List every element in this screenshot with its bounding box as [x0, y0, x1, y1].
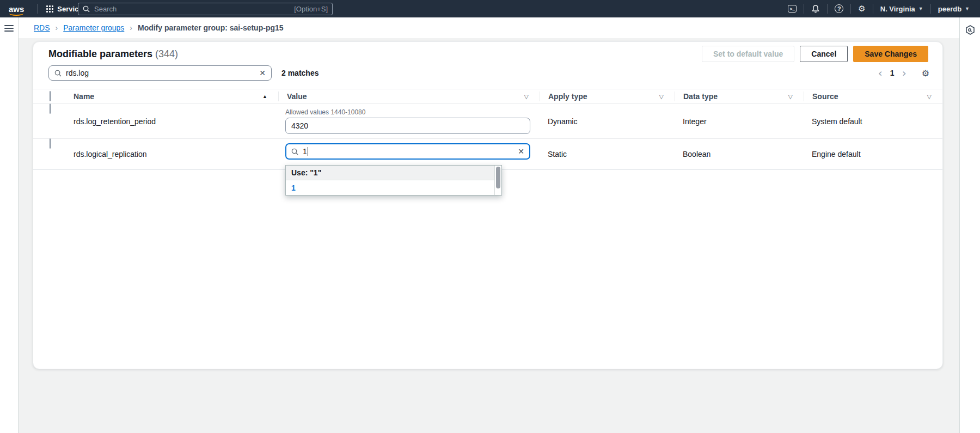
left-navigation-rail [0, 17, 19, 433]
filter-dropdown-icon[interactable]: ▽ [659, 93, 664, 100]
filter-row: ✕ 2 matches ‹ 1 › ⚙ [48, 65, 929, 81]
source-cell: System default [804, 104, 942, 138]
cancel-button[interactable]: Cancel [800, 46, 848, 62]
top-navigation-bar: aws Services [Option+S] >_ [0, 0, 980, 17]
search-icon [291, 148, 298, 155]
column-label: Data type [683, 92, 718, 101]
table-row: rds.log_retention_period Allowed values … [33, 104, 942, 139]
clear-filter-icon[interactable]: ✕ [259, 69, 266, 77]
open-menu-button[interactable] [4, 25, 14, 32]
column-header-data-type[interactable]: Data type ▽ [675, 92, 804, 101]
filter-dropdown-icon[interactable]: ▽ [927, 93, 932, 100]
parameter-count: (344) [155, 48, 178, 59]
filter-dropdown-icon[interactable]: ▽ [788, 93, 793, 100]
apply-type-cell: Static [540, 139, 675, 169]
column-header-value[interactable]: Value ▽ [278, 92, 540, 101]
settings-button[interactable]: ⚙ [851, 0, 872, 17]
aws-smile [9, 13, 23, 16]
breadcrumb-parameter-groups-link[interactable]: Parameter groups [63, 23, 124, 32]
aws-logo-text: aws [9, 4, 24, 14]
account-menu[interactable]: peerdb ▼ [931, 0, 977, 17]
data-type-cell: Integer [675, 104, 804, 138]
gear-icon: ⚙ [922, 68, 929, 78]
select-all-checkbox[interactable] [50, 91, 51, 101]
side-panel-toggle-button[interactable] [964, 24, 976, 36]
global-search-input[interactable] [94, 5, 290, 13]
modifiable-parameters-panel: Modifiable parameters (344) Set to defau… [33, 41, 943, 369]
set-to-default-button[interactable]: Set to default value [702, 46, 794, 62]
dropdown-scrollbar[interactable] [494, 166, 501, 195]
table-preferences-button[interactable]: ⚙ [922, 68, 929, 78]
pagination: ‹ 1 › ⚙ [878, 68, 929, 78]
page-title: Modifiable parameters (344) [48, 48, 178, 60]
parameters-table: Name ▲ Value ▽ Apply type ▽ Data type ▽ … [33, 89, 942, 169]
hexagon-resource-icon [965, 25, 976, 35]
page-number[interactable]: 1 [890, 69, 895, 77]
combobox-value: 1 [303, 147, 307, 156]
panel-header: Modifiable parameters (344) Set to defau… [48, 44, 928, 64]
account-label: peerdb [938, 5, 961, 13]
column-header-source[interactable]: Source ▽ [804, 92, 942, 101]
table-row: rds.logical_replication 1 [33, 139, 942, 169]
search-shortcut-hint: [Option+S] [294, 5, 328, 13]
parameter-filter-input[interactable] [66, 69, 255, 77]
match-count: 2 matches [281, 69, 318, 77]
column-label: Source [812, 92, 838, 101]
breadcrumb-current-page: Modify parameter group: sai-setup-pg15 [138, 23, 284, 32]
text-caret [308, 147, 308, 156]
column-label: Apply type [548, 92, 587, 101]
row-checkbox[interactable] [50, 138, 51, 149]
parameter-name: rds.log_retention_period [64, 104, 278, 138]
column-header-apply-type[interactable]: Apply type ▽ [540, 92, 675, 101]
breadcrumb: RDS › Parameter groups › Modify paramete… [19, 17, 959, 38]
parameter-value-input[interactable] [285, 118, 530, 134]
column-header-name[interactable]: Name ▲ [64, 92, 278, 101]
services-grid-icon [46, 5, 53, 13]
next-page-button[interactable]: › [902, 68, 906, 78]
table-header-row: Name ▲ Value ▽ Apply type ▽ Data type ▽ … [33, 89, 942, 104]
cloudshell-button[interactable]: >_ [781, 0, 804, 17]
search-icon [54, 70, 62, 77]
rds-modify-parameter-group-page: aws Services [Option+S] >_ [0, 0, 980, 433]
source-cell: Engine default [804, 139, 942, 169]
title-text: Modifiable parameters [48, 48, 152, 59]
save-changes-button[interactable]: Save Changes [853, 46, 928, 62]
region-selector[interactable]: N. Virginia ▼ [873, 0, 930, 17]
divider [37, 4, 38, 14]
cloudshell-icon: >_ [788, 5, 797, 13]
parameter-filter-box[interactable]: ✕ [48, 65, 272, 81]
row-checkbox[interactable] [50, 103, 51, 114]
aws-logo[interactable]: aws [9, 5, 24, 13]
bell-icon [811, 4, 820, 14]
global-search-box[interactable]: [Option+S] [78, 3, 333, 15]
chevron-down-icon: ▼ [965, 6, 970, 11]
scrollbar-thumb[interactable] [496, 167, 500, 188]
sort-ascending-icon: ▲ [262, 94, 267, 99]
filter-dropdown-icon[interactable]: ▽ [524, 93, 529, 100]
chevron-down-icon: ▼ [918, 6, 923, 11]
chevron-right-icon: › [130, 23, 132, 32]
dropdown-option-use-custom[interactable]: Use: "1" [286, 166, 495, 180]
notifications-button[interactable] [804, 0, 827, 17]
help-icon: ? [835, 4, 843, 13]
column-label: Name [74, 92, 94, 101]
apply-type-cell: Dynamic [540, 104, 675, 138]
value-suggestions-dropdown: Use: "1" 1 [285, 165, 502, 196]
breadcrumb-rds-link[interactable]: RDS [34, 23, 50, 32]
clear-value-icon[interactable]: ✕ [518, 148, 524, 155]
search-icon [83, 5, 90, 13]
parameter-name: rds.logical_replication [64, 139, 278, 169]
allowed-values-hint: Allowed values 1440-10080 [285, 104, 530, 116]
gear-icon: ⚙ [858, 4, 865, 14]
column-label: Value [287, 92, 307, 101]
previous-page-button[interactable]: ‹ [878, 68, 883, 78]
right-tools-rail [959, 17, 980, 433]
parameter-value-combobox[interactable]: 1 ✕ [285, 143, 530, 160]
data-type-cell: Boolean [675, 139, 804, 169]
region-label: N. Virginia [880, 5, 915, 13]
help-button[interactable]: ? [828, 0, 850, 17]
chevron-right-icon: › [56, 23, 58, 32]
dropdown-option-1[interactable]: 1 [286, 180, 495, 195]
